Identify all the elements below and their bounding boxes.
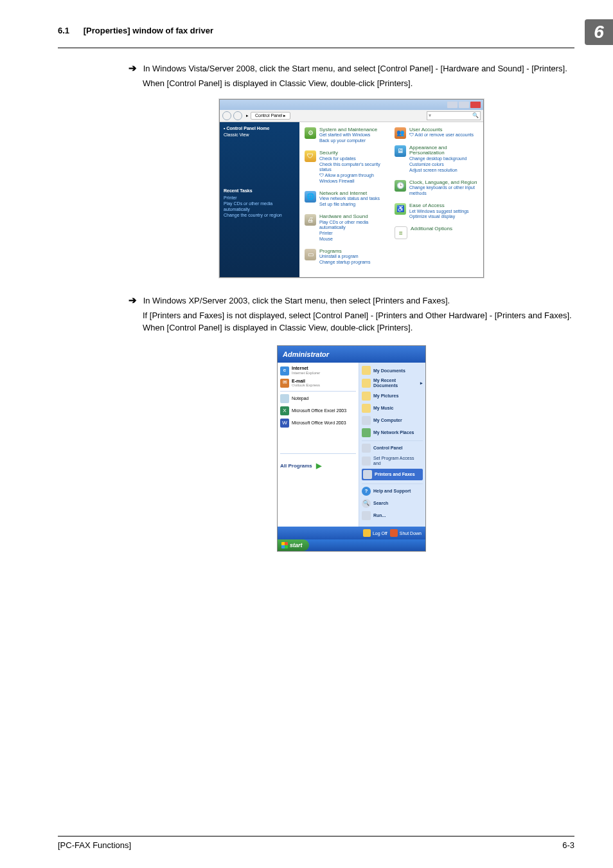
cp-sublink[interactable]: Let Windows suggest settings <box>409 209 469 215</box>
shutdown-button[interactable]: Shut Down <box>390 529 422 537</box>
clock-region-link[interactable]: Clock, Language, and Region <box>409 180 478 186</box>
cp-sublink[interactable]: 🛡 Add or remove user accounts <box>409 132 474 138</box>
hardware-sound-link[interactable]: Hardware and Sound <box>319 214 388 220</box>
recent-task-link[interactable]: Printer <box>224 195 296 201</box>
email-item[interactable]: ✉ E-mailOutlook Express <box>280 379 356 388</box>
spa-icon <box>362 457 371 466</box>
spa-item[interactable]: Set Program Access and <box>362 456 423 466</box>
folder-icon <box>362 366 371 375</box>
bullet1-sub: When [Control Panel] is displayed in Cla… <box>129 78 574 90</box>
windows-logo-icon <box>281 542 288 548</box>
sidebar-home[interactable]: • Control Panel Home <box>224 126 296 131</box>
folder-icon <box>362 392 371 401</box>
cp-sublink[interactable]: Back up your computer <box>319 138 377 144</box>
clock-icon: 🕒 <box>395 180 406 192</box>
cp-sublink[interactable]: Check for updates <box>319 156 388 162</box>
breadcrumb[interactable]: Control Panel ▸ <box>251 112 290 120</box>
ie-icon: e <box>280 366 289 375</box>
user-accounts-link[interactable]: User Accounts <box>409 127 474 133</box>
internet-item[interactable]: e InternetInternet Explorer <box>280 366 356 375</box>
programs-link[interactable]: Programs <box>319 249 370 255</box>
run-icon <box>362 511 371 520</box>
cp-sublink[interactable]: 🛡 Allow a program through Windows Firewa… <box>319 173 388 185</box>
user-icon: 👥 <box>395 127 406 139</box>
cp-sublink[interactable]: Adjust screen resolution <box>409 168 478 174</box>
logoff-button[interactable]: Log Off <box>363 529 387 537</box>
control-panel-item[interactable]: Control Panel <box>362 444 423 453</box>
system-maintenance-link[interactable]: System and Maintenance <box>319 127 377 133</box>
cp-sublink[interactable]: Get started with Windows <box>319 132 377 138</box>
back-icon[interactable] <box>222 111 231 120</box>
word-icon: W <box>280 419 289 428</box>
cp-sublink[interactable]: Change keyboards or other input methods <box>409 185 478 197</box>
cp-sublink[interactable]: Play CDs or other media automatically <box>319 220 388 231</box>
network-link[interactable]: Network and Internet <box>319 191 380 197</box>
printer-icon: 🖨 <box>305 214 316 226</box>
globe-icon: 🌐 <box>305 191 316 203</box>
all-programs-item[interactable]: All Programs▶ <box>280 462 356 470</box>
arrow-icon: ➔ <box>129 294 137 305</box>
mail-icon: ✉ <box>280 379 289 388</box>
cp-sublink[interactable]: Customize colors <box>409 162 478 168</box>
cp-sublink[interactable]: Mouse <box>319 237 388 242</box>
chevron-icon: ▸ <box>246 113 249 118</box>
recent-docs-item[interactable]: My Recent Documents▸ <box>362 378 423 388</box>
my-computer-item[interactable]: My Computer <box>362 416 423 425</box>
ease-access-icon: ♿ <box>395 203 406 215</box>
footer-left: [PC-FAX Functions] <box>58 840 131 850</box>
help-item[interactable]: ?Help and Support <box>362 487 423 496</box>
excel-item[interactable]: X Microsoft Office Excel 2003 <box>280 406 356 415</box>
minimize-icon[interactable] <box>447 102 458 108</box>
cp-sublink[interactable]: Printer <box>319 231 388 237</box>
folder-icon <box>362 379 371 388</box>
search-icon: 🔍 <box>362 499 371 508</box>
cp-sublink[interactable]: Check this computer's security status <box>319 162 388 174</box>
bullet2-sub: If [Printers and Faxes] is not displayed… <box>129 310 574 334</box>
chevron-right-icon: ▶ <box>316 462 321 470</box>
network-icon <box>362 428 371 437</box>
recent-tasks-title: Recent Tasks <box>224 188 296 193</box>
word-item[interactable]: W Microsoft Office Word 2003 <box>280 419 356 428</box>
sidebar-classic-view[interactable]: Classic View <box>224 132 296 137</box>
network-places-item[interactable]: My Network Places <box>362 428 423 437</box>
section-title: [Properties] window of fax driver <box>84 26 213 35</box>
footer-page: 6-3 <box>562 840 574 850</box>
recent-task-link[interactable]: Play CDs or other media automatically <box>224 201 296 212</box>
ease-access-link[interactable]: Ease of Access <box>409 203 469 209</box>
programs-icon: ▭ <box>305 249 316 260</box>
recent-task-link[interactable]: Change the country or region <box>224 212 296 218</box>
folder-icon <box>362 404 371 413</box>
forward-icon[interactable] <box>233 111 242 120</box>
additional-options-link[interactable]: Additional Options <box>411 226 452 232</box>
xp-start-menu: Administrator e InternetInternet Explore… <box>277 345 426 552</box>
my-pictures-item[interactable]: My Pictures <box>362 392 423 401</box>
start-button[interactable]: start <box>278 539 309 551</box>
cp-sublink[interactable]: View network status and tasks <box>319 196 380 202</box>
printer-icon <box>363 470 372 479</box>
cp-sublink[interactable]: Optimize visual display <box>409 214 469 220</box>
security-link[interactable]: Security <box>319 150 388 156</box>
appearance-link[interactable]: Appearance and Personalization <box>409 145 478 157</box>
cp-sublink[interactable]: Set up file sharing <box>319 202 380 208</box>
notepad-item[interactable]: Notepad <box>280 394 356 403</box>
my-documents-item[interactable]: My Documents <box>362 366 423 375</box>
run-item[interactable]: Run... <box>362 511 423 520</box>
search-item[interactable]: 🔍Search <box>362 499 423 508</box>
my-music-item[interactable]: My Music <box>362 404 423 413</box>
bullet1-text: In Windows Vista/Server 2008, click the … <box>143 64 567 73</box>
close-icon[interactable] <box>470 102 481 108</box>
cp-sublink[interactable]: Change desktop background <box>409 156 478 162</box>
cp-sublink[interactable]: Change startup programs <box>319 260 370 266</box>
appearance-icon: 🖥 <box>395 145 406 157</box>
printers-faxes-item[interactable]: Printers and Faxes <box>362 469 423 480</box>
maximize-icon[interactable] <box>459 102 469 108</box>
control-panel-icon <box>362 444 371 453</box>
cp-sublink[interactable]: Uninstall a program <box>319 254 370 260</box>
nav-bar: ▸ Control Panel ▸ ▾ 🔍 <box>220 110 483 122</box>
window-titlebar <box>220 100 483 110</box>
sidebar: • Control Panel Home Classic View Recent… <box>220 122 299 277</box>
section-number: 6.1 <box>58 26 69 35</box>
notepad-icon <box>280 394 289 403</box>
search-input[interactable]: ▾ 🔍 <box>427 111 481 120</box>
vista-control-panel-window: ▸ Control Panel ▸ ▾ 🔍 • Control Panel Ho… <box>219 99 484 278</box>
